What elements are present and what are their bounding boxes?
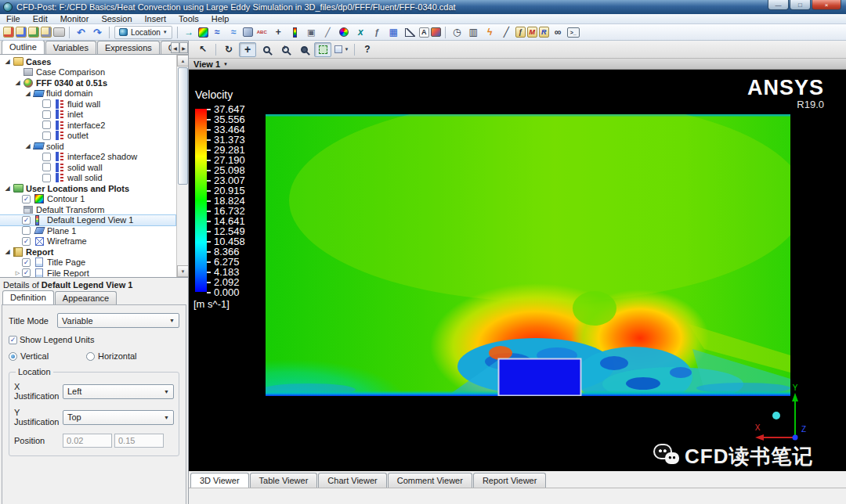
tree-item-outlet[interactable]: outlet <box>0 131 175 142</box>
viewer-help-icon[interactable]: ? <box>359 42 376 57</box>
tree-checkbox[interactable] <box>42 99 51 108</box>
insert-figure-icon[interactable] <box>431 27 441 37</box>
rotate-tool-icon[interactable]: ↻ <box>220 42 237 57</box>
details-tab-definition[interactable]: Definition <box>2 290 54 304</box>
viewer-tab-3d-viewer[interactable]: 3D Viewer <box>190 473 249 488</box>
tab-expressions[interactable]: Expressions <box>97 41 160 54</box>
vertical-radio[interactable] <box>9 352 17 361</box>
viewer-tab-chart-viewer[interactable]: Chart Viewer <box>318 473 386 488</box>
function-calculator-icon[interactable]: ƒ <box>515 27 526 38</box>
panel-tab-scroll-left-icon[interactable]: ◀ <box>171 42 179 53</box>
timestep-selector-icon[interactable]: ◷ <box>450 26 465 39</box>
undo-icon[interactable]: ↶ <box>74 26 89 39</box>
scroll-down-icon[interactable]: ▼ <box>177 265 188 277</box>
tree-item-report[interactable]: ◢Report <box>0 247 175 257</box>
viewer-tab-report-viewer[interactable]: Report Viewer <box>473 473 547 488</box>
tree-item-wall-solid[interactable]: wall solid <box>0 173 175 184</box>
menu-insert[interactable]: Insert <box>139 14 173 24</box>
insert-particle-track-icon[interactable]: ≈ <box>226 26 241 39</box>
redo-icon[interactable]: ↷ <box>90 26 105 39</box>
insert-color-map-icon[interactable] <box>337 26 352 39</box>
location-selector[interactable]: Location▼ <box>114 26 172 39</box>
insert-expression-icon[interactable]: ƒ <box>370 26 385 39</box>
load-state-icon[interactable] <box>28 27 39 38</box>
tree-item-user-locations-and-plots[interactable]: ◢User Locations and Plots <box>0 183 175 194</box>
expander-icon[interactable]: ◢ <box>3 185 12 192</box>
animation-icon[interactable]: ▥ <box>466 26 481 39</box>
tree-scrollbar[interactable]: ▲ ▼ <box>176 55 188 277</box>
save-project-icon[interactable] <box>41 27 52 38</box>
menu-session[interactable]: Session <box>95 14 138 24</box>
expander-icon[interactable]: ◢ <box>24 90 32 97</box>
tree-checkbox[interactable] <box>42 131 51 140</box>
menu-monitor[interactable]: Monitor <box>54 14 96 24</box>
viewer-tab-table-viewer[interactable]: Table Viewer <box>250 473 318 488</box>
insert-chart-icon[interactable] <box>403 26 418 39</box>
quick-editor-icon[interactable]: ϟ <box>483 26 497 39</box>
scrollbar-thumb[interactable] <box>178 67 188 185</box>
show-legend-units-checkbox[interactable]: ✓ <box>9 336 17 344</box>
tree-item-solid-wall[interactable]: solid wall <box>0 162 175 173</box>
insert-text-icon[interactable]: ABC <box>255 26 269 39</box>
y-justification-select[interactable]: Top ▼ <box>63 410 174 425</box>
expander-icon[interactable]: ◢ <box>24 142 32 149</box>
tree-item-interface2[interactable]: interface2 <box>0 120 175 131</box>
probe-icon[interactable]: ╱ <box>499 26 514 39</box>
maximize-button[interactable]: □ <box>790 0 811 10</box>
insert-contour-icon[interactable] <box>198 27 208 38</box>
title-mode-select[interactable]: Variable ▼ <box>57 313 179 328</box>
panel-tab-scroll-right-icon[interactable]: ▶ <box>179 42 188 53</box>
insert-streamline-icon[interactable]: ≈ <box>210 26 225 39</box>
fit-view-icon[interactable] <box>314 42 331 57</box>
menu-file[interactable]: File <box>0 14 27 24</box>
minimize-button[interactable]: — <box>768 0 789 10</box>
details-tab-appearance[interactable]: Appearance <box>55 291 117 304</box>
case-comparison-icon[interactable]: ∞ <box>551 26 566 39</box>
tree-item-contour-1[interactable]: ✓Contour 1 <box>0 194 175 205</box>
tree-checkbox[interactable]: ✓ <box>22 268 31 277</box>
expander-icon[interactable]: ◢ <box>3 58 12 65</box>
tree-item-default-legend-view-1[interactable]: ✓Default Legend View 1 <box>0 215 175 226</box>
tree-item-fluid-domain[interactable]: ◢fluid domain <box>0 88 175 99</box>
tree-item-fluid-wall[interactable]: fluid wall <box>0 99 175 110</box>
command-editor-icon[interactable]: >_ <box>567 27 580 38</box>
position-x-field[interactable] <box>63 434 112 448</box>
expander-icon[interactable]: ◢ <box>13 79 22 86</box>
menu-edit[interactable]: Edit <box>27 14 54 24</box>
x-justification-select[interactable]: Left ▼ <box>63 384 174 399</box>
position-y-field[interactable] <box>114 434 164 448</box>
insert-clip-plane-icon[interactable]: ╱ <box>320 26 335 39</box>
tab-outline[interactable]: Outline <box>2 41 45 54</box>
menu-tools[interactable]: Tools <box>172 14 205 24</box>
save-state-icon[interactable] <box>16 27 27 38</box>
tree-item-fff-0340-at-0-51s[interactable]: ◢FFF 0340 at 0.51s <box>0 77 175 88</box>
tree-item-inlet[interactable]: inlet <box>0 110 175 121</box>
pan-tool-icon[interactable]: + <box>239 42 256 57</box>
insert-variable-icon[interactable]: x <box>353 26 368 39</box>
tree-checkbox[interactable]: ✓ <box>22 258 31 267</box>
save-picture-icon[interactable] <box>53 27 65 37</box>
load-results-icon[interactable] <box>3 27 14 38</box>
tree-item-plane-1[interactable]: Plane 1 <box>0 225 175 236</box>
tree-checkbox[interactable] <box>42 110 51 119</box>
view-selector-bar[interactable]: View 1 ▼ <box>189 59 846 70</box>
insert-instance-transform-icon[interactable]: ▣ <box>304 26 319 39</box>
mesh-calculator-icon[interactable]: R <box>539 27 549 38</box>
zoom-in-tool-icon[interactable] <box>277 42 294 57</box>
horizontal-radio[interactable] <box>86 352 95 361</box>
menu-help[interactable]: Help <box>205 14 236 24</box>
zoom-area-tool-icon[interactable] <box>295 42 313 57</box>
macro-calculator-icon[interactable]: M <box>527 27 537 38</box>
tree-checkbox[interactable] <box>22 226 31 235</box>
tree-checkbox[interactable]: ✓ <box>22 237 31 246</box>
tree-checkbox[interactable] <box>42 121 51 129</box>
tree-item-interface2-shadow[interactable]: interface2 shadow <box>0 152 175 163</box>
tree-item-wireframe[interactable]: ✓Wireframe <box>0 236 175 247</box>
tree-item-title-page[interactable]: ✓Title Page <box>0 257 175 268</box>
tree-item-default-transform[interactable]: Default Transform <box>0 204 175 215</box>
insert-comment-icon[interactable]: A <box>419 27 429 38</box>
probe-tool-icon[interactable]: ↖ <box>194 42 212 57</box>
insert-volume-rendering-icon[interactable] <box>243 27 253 37</box>
viewer-tab-comment-viewer[interactable]: Comment Viewer <box>388 473 472 488</box>
tree-checkbox[interactable]: ✓ <box>22 216 31 225</box>
